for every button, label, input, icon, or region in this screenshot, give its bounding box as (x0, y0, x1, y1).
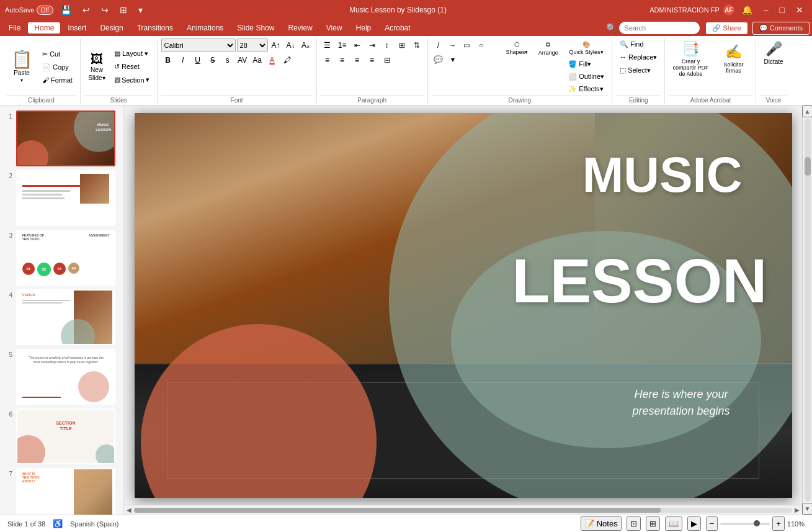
copy-button[interactable]: 📄 Copy (38, 61, 76, 73)
reading-view-button[interactable]: 📖 (665, 516, 682, 531)
shape-line[interactable]: / (432, 38, 445, 52)
menu-animations[interactable]: Animations (181, 22, 230, 34)
bullets-button[interactable]: ☰ (321, 38, 334, 52)
shape-oval[interactable]: ○ (475, 38, 488, 52)
minimize-button[interactable]: – (760, 4, 772, 16)
slide-title-lesson[interactable]: LESSON (512, 250, 767, 312)
shape-more[interactable]: ▾ (446, 53, 460, 66)
search-input[interactable] (619, 22, 700, 34)
scroll-down-button[interactable]: ▼ (802, 503, 812, 515)
format-painter-button[interactable]: 🖌 Format (38, 74, 76, 86)
menu-slideshow[interactable]: Slide Show (231, 22, 280, 34)
slide-title-music[interactable]: MUSIC (582, 150, 743, 200)
slide-thumb-3[interactable]: 3 FEATURES OFTHIS TOPIC ASSIGNMENT 01 02… (4, 230, 120, 286)
menu-insert[interactable]: Insert (61, 22, 92, 34)
shape-arrow[interactable]: → (446, 38, 460, 52)
columns-button[interactable]: ⊞ (395, 38, 409, 52)
underline-button[interactable]: U (191, 53, 205, 67)
text-direction-button[interactable]: ⇅ (410, 38, 424, 52)
shape-rect[interactable]: ▭ (460, 38, 474, 52)
slide-img-7[interactable]: WHAT ISTHIS TOPICABOUT? (16, 468, 115, 515)
section-button[interactable]: ▧ Section ▾ (110, 74, 153, 86)
shape-effects-button[interactable]: ✨ Effects▾ (564, 83, 608, 95)
zoom-slider[interactable] (720, 523, 770, 525)
scroll-up-button[interactable]: ▲ (802, 106, 812, 117)
request-signatures-button[interactable]: ✍ Solicitar firmas (715, 38, 752, 79)
menu-transitions[interactable]: Transitions (131, 22, 179, 34)
reset-button[interactable]: ↺ Reset (110, 61, 153, 73)
smart-art-button[interactable]: ⊟ (380, 53, 394, 67)
shape-fill-button[interactable]: 🪣 Fill▾ (564, 58, 608, 70)
ribbon-toggle-icon[interactable]: 🔔 (738, 4, 756, 16)
line-spacing-button[interactable]: ↕ (380, 38, 394, 52)
slide-img-3[interactable]: FEATURES OFTHIS TOPIC ASSIGNMENT 01 02 0… (16, 230, 115, 286)
find-button[interactable]: 🔍 Find (616, 38, 661, 50)
align-center-button[interactable]: ≡ (336, 53, 349, 67)
font-size-select[interactable]: 28 (237, 38, 268, 52)
slide-subtitle[interactable]: Here is where yourpresentation begins (632, 386, 729, 420)
slide-main-canvas[interactable]: MUSIC LESSON Here is where yourpresentat… (135, 113, 792, 498)
decrease-font-button[interactable]: A↓ (284, 38, 298, 52)
slide-img-5[interactable]: "The source of creativity of all musicia… (16, 349, 115, 405)
notes-button[interactable]: 📝 Notes (581, 516, 622, 531)
cut-button[interactable]: ✂ Cut (38, 48, 76, 60)
justify-button[interactable]: ≡ (365, 53, 379, 67)
increase-indent-button[interactable]: ⇥ (365, 38, 379, 52)
slide-thumb-1[interactable]: 1 MUSICLESSON (4, 110, 120, 166)
menu-acrobat[interactable]: Acrobat (378, 22, 416, 34)
scroll-left-button[interactable]: ◀ (127, 507, 132, 513)
increase-font-button[interactable]: A↑ (269, 38, 283, 52)
shape-outline-button[interactable]: ⬜ Outline▾ (564, 71, 608, 83)
paste-button[interactable]: 📋 Paste ▾ (6, 48, 37, 86)
font-family-select[interactable]: Calibri (161, 38, 236, 52)
slide-thumb-2[interactable]: 2 (4, 170, 120, 226)
undo-button[interactable]: ↩ (79, 4, 94, 16)
customize-button[interactable]: ▾ (135, 4, 146, 16)
autosave-toggle[interactable]: Off (37, 6, 53, 15)
arrange-button[interactable]: ⧉ Arrange (534, 38, 562, 58)
menu-design[interactable]: Design (94, 22, 129, 34)
clear-format-button[interactable]: Aₓ (299, 38, 313, 52)
create-pdf-button[interactable]: 📑 Crear y compartir PDF de Adobe (669, 38, 712, 79)
layout-button[interactable]: ▤ Layout ▾ (110, 48, 153, 60)
decrease-indent-button[interactable]: ⇤ (350, 38, 364, 52)
maximize-button[interactable]: □ (776, 4, 788, 16)
menu-file[interactable]: File (2, 22, 27, 34)
menu-help[interactable]: Help (350, 22, 378, 34)
slides-scroll[interactable]: 1 MUSICLESSON 2 (0, 106, 123, 515)
font-color-button[interactable]: A (265, 53, 279, 67)
slide-canvas-area[interactable]: MUSIC LESSON Here is where yourpresentat… (124, 106, 802, 505)
numbering-button[interactable]: 1≡ (336, 38, 349, 52)
menu-view[interactable]: View (320, 22, 349, 34)
bold-button[interactable]: B (161, 53, 175, 67)
italic-button[interactable]: I (176, 53, 190, 67)
zoom-in-button[interactable]: + (772, 516, 785, 531)
slide-img-1[interactable]: MUSICLESSON (16, 110, 115, 166)
menu-home[interactable]: Home (28, 22, 60, 34)
font-case-button[interactable]: Aa (251, 53, 264, 67)
scroll-track[interactable] (134, 508, 792, 513)
user-avatar[interactable]: AF (723, 4, 734, 16)
slide-thumb-6[interactable]: 6 SECTIONTITLE (4, 408, 120, 464)
slide-thumb-4[interactable]: 4 VENUS (4, 289, 120, 345)
slide-thumb-5[interactable]: 5 "The source of creativity of all music… (4, 349, 120, 405)
highlight-button[interactable]: 🖍 (280, 53, 294, 67)
vertical-scrollbar[interactable]: ▲ ▼ (802, 106, 812, 515)
dictate-button[interactable]: 🎤 Dictate (760, 38, 787, 68)
slideshow-button[interactable]: ▶ (687, 516, 701, 531)
shadow-button[interactable]: s (221, 53, 234, 67)
align-left-button[interactable]: ≡ (321, 53, 334, 67)
redo-button[interactable]: ↪ (97, 4, 112, 16)
share-button[interactable]: 🔗 Share (706, 22, 747, 34)
select-button[interactable]: ⬚ Select▾ (616, 65, 661, 76)
align-right-button[interactable]: ≡ (350, 53, 364, 67)
normal-view-button[interactable]: ⊡ (627, 516, 641, 531)
shapes-button[interactable]: ⬡ Shapes▾ (502, 38, 532, 58)
scroll-right-button[interactable]: ▶ (795, 507, 800, 513)
comments-button[interactable]: 💬 Comments (752, 22, 810, 35)
shape-callout[interactable]: 💬 (432, 53, 445, 66)
zoom-out-button[interactable]: − (706, 516, 718, 531)
save-button[interactable]: 💾 (57, 4, 75, 16)
close-button[interactable]: ✕ (792, 4, 807, 16)
replace-button[interactable]: ↔ Replace▾ (616, 52, 661, 63)
